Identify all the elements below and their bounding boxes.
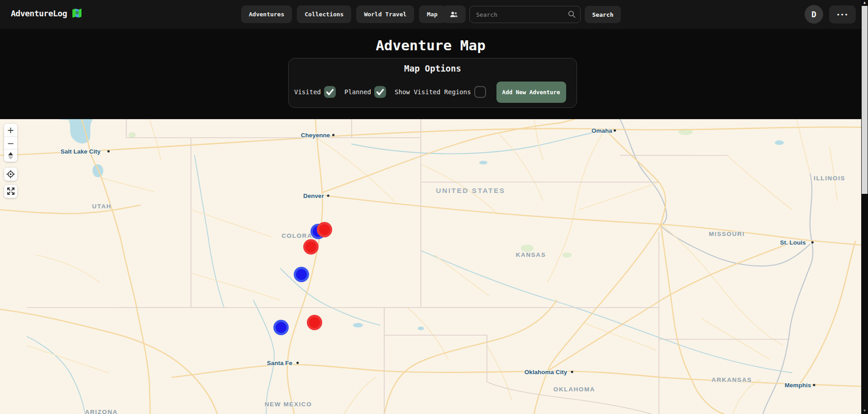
compass-icon	[8, 152, 14, 160]
state-label: MISSOURI	[709, 231, 745, 237]
options-row: VisitedPlannedShow Visited Regions Add N…	[289, 80, 577, 104]
city-dot	[332, 134, 334, 136]
options-checkboxes: VisitedPlannedShow Visited Regions	[294, 86, 495, 98]
map-icon	[72, 8, 82, 19]
marker-planned[interactable]	[294, 267, 309, 282]
country-label: UNITED STATES	[436, 187, 505, 194]
geolocate-icon	[6, 170, 15, 178]
city-label: Santa Fe	[267, 360, 293, 366]
checkbox-planned[interactable]	[374, 86, 386, 98]
option-label: Show Visited Regions	[395, 88, 471, 96]
page-title: Adventure Map	[0, 37, 861, 53]
scrollbar-thumb[interactable]	[862, 6, 868, 194]
zoom-in-icon: +	[7, 125, 14, 135]
state-label: ILLINOIS	[814, 175, 845, 182]
map-options-panel: Map Options VisitedPlannedShow Visited R…	[288, 58, 577, 108]
geolocate-control	[4, 168, 17, 181]
search-button[interactable]: Search	[585, 6, 621, 23]
brand-name: AdventureLog	[11, 9, 67, 18]
checkbox-visited[interactable]	[324, 86, 336, 98]
scroll-up-icon[interactable]: ▲	[861, 0, 868, 6]
city-dot	[614, 129, 616, 131]
city-dot	[813, 384, 815, 386]
nav-map[interactable]: Map	[419, 5, 445, 23]
city-dot	[296, 361, 299, 364]
fullscreen-control	[4, 185, 17, 198]
option-label: Planned	[344, 88, 371, 96]
users-icon	[450, 11, 458, 18]
nav-adventures[interactable]: Adventures	[241, 5, 292, 23]
city-dot	[811, 241, 814, 243]
map-canvas: UNITED STATES UTAHCOLORADOKANSASMISSOURI…	[0, 119, 861, 414]
state-label: OKLAHOMA	[553, 386, 595, 393]
state-label: ARKANSAS	[711, 376, 752, 383]
city-label: Memphis	[785, 382, 811, 389]
add-new-adventure-button[interactable]: Add New Adventure	[496, 82, 566, 103]
nav-collections[interactable]: Collections	[297, 5, 351, 23]
state-label: ARIZONA	[85, 409, 118, 414]
city-label: Denver	[303, 193, 324, 199]
brand[interactable]: AdventureLog	[11, 8, 82, 19]
city-label: Salt Lake City	[61, 148, 101, 155]
city-label: St. Louis	[780, 239, 806, 246]
marker-visited[interactable]	[317, 222, 332, 237]
state-label: NEW MEXICO	[265, 401, 312, 408]
zoom-out-button[interactable]: −	[4, 136, 17, 149]
geolocate-button[interactable]	[4, 168, 17, 180]
avatar[interactable]: D	[805, 5, 823, 24]
city-label: Omaha	[591, 127, 612, 134]
city-label: Cheyenne	[301, 132, 330, 139]
city-label: Oklahoma City	[525, 369, 568, 375]
checkbox-show-visited-regions[interactable]	[474, 86, 486, 98]
top-navbar: AdventureLog AdventuresCollectionsWorld …	[0, 0, 861, 29]
option-planned: Planned	[344, 86, 386, 98]
option-show-visited-regions: Show Visited Regions	[395, 86, 486, 98]
option-visited: Visited	[294, 86, 336, 98]
map-zoom-controls: + −	[4, 124, 17, 162]
search-field-wrap	[469, 6, 581, 23]
state-label: UTAH	[92, 203, 112, 210]
city-dot	[571, 371, 573, 373]
state-label: KANSAS	[516, 251, 546, 258]
search-icon	[568, 10, 576, 20]
nav-world-travel[interactable]: World Travel	[356, 5, 414, 23]
map-options-title: Map Options	[289, 63, 577, 73]
marker-visited[interactable]	[307, 315, 322, 330]
marker-planned[interactable]	[273, 320, 289, 335]
option-label: Visited	[294, 88, 321, 96]
zoom-out-icon: −	[7, 138, 14, 148]
marker-visited[interactable]	[303, 239, 319, 255]
fullscreen-icon	[7, 187, 15, 195]
adventure-map[interactable]: UNITED STATES UTAHCOLORADOKANSASMISSOURI…	[0, 119, 861, 414]
nav-buttons: AdventuresCollectionsWorld TravelMap	[241, 5, 445, 23]
page-scrollbar[interactable]: ▲ ▼	[861, 0, 868, 414]
users-button[interactable]	[442, 5, 466, 23]
compass-button[interactable]	[4, 149, 17, 162]
fullscreen-button[interactable]	[4, 185, 17, 197]
city-dot	[107, 150, 110, 152]
city-dot	[327, 194, 329, 197]
zoom-in-button[interactable]: +	[4, 124, 17, 136]
ellipsis-icon: •••	[836, 11, 848, 18]
scroll-down-icon[interactable]: ▼	[861, 408, 868, 414]
more-menu-button[interactable]: •••	[829, 5, 856, 24]
search-input[interactable]	[469, 6, 581, 23]
